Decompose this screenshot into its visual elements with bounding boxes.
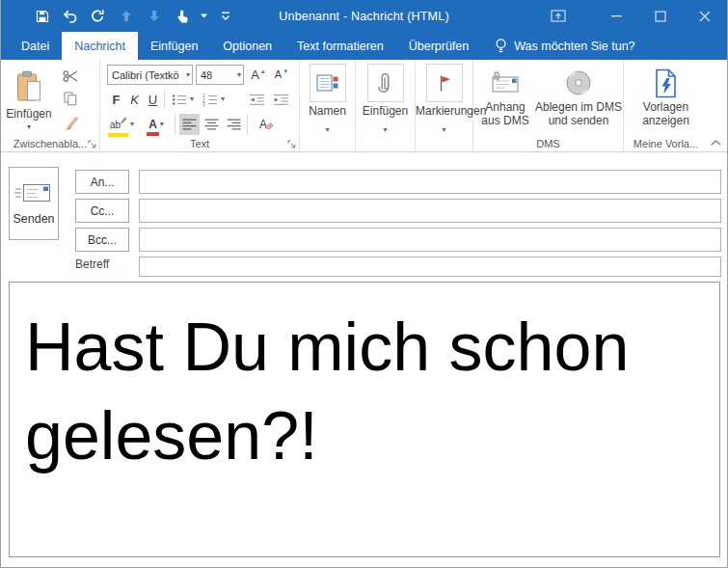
tags-dropdown-button[interactable]: Markierungen ▾ [416, 60, 472, 151]
format-painter-button[interactable] [57, 112, 84, 133]
group-zwischenablage: Einfügen ▾ Zwischenabla... [1, 60, 100, 151]
cut-button[interactable] [57, 67, 84, 86]
group-label-meine-vorlagen: Meine Vorla... [624, 138, 708, 149]
italic-button[interactable]: K [126, 90, 143, 109]
names-dropdown-button[interactable]: Namen ▾ [300, 60, 355, 151]
font-color-bar [147, 132, 159, 136]
group-dms: Anhang aus DMS Ablegen im DMS und senden… [473, 60, 624, 151]
paste-icon [15, 70, 42, 103]
grow-font-button[interactable]: A ▲ [248, 65, 269, 85]
triangle-down-icon: ▼ [283, 68, 288, 74]
send-button[interactable]: Senden [9, 167, 59, 240]
font-size-combo[interactable]: 48 ▾ [196, 65, 244, 85]
chevron-down-icon: ▾ [190, 95, 194, 103]
underline-button[interactable]: U [145, 90, 161, 109]
clear-formatting-button[interactable]: A [252, 114, 275, 135]
show-templates-button[interactable]: Vorlagen anzeigen [628, 60, 704, 138]
bullets-icon [172, 94, 188, 106]
window-controls [536, 0, 727, 32]
attach-icon [367, 64, 404, 102]
tab-optionen[interactable]: Optionen [210, 32, 284, 60]
group-meine-vorlagen: Vorlagen anzeigen Meine Vorla... [624, 60, 708, 151]
bold-button[interactable]: F [108, 90, 124, 109]
quick-access-toolbar [28, 0, 239, 32]
title-bar: Unbenannt - Nachricht (HTML) [1, 0, 727, 32]
cc-input[interactable] [139, 199, 721, 223]
maximize-icon [655, 11, 666, 22]
touch-mode-icon [175, 9, 189, 24]
tell-me-box[interactable]: Was möchten Sie tun? [495, 32, 634, 60]
separator [247, 114, 248, 135]
undo-button[interactable] [56, 4, 84, 29]
svg-text:3: 3 [202, 102, 205, 106]
tab-einfuegen[interactable]: Einfügen [138, 32, 210, 60]
ribbon-display-options-button[interactable] [536, 0, 580, 32]
redo-button[interactable] [84, 4, 112, 29]
include-dropdown-button[interactable]: Einfügen ▾ [356, 60, 415, 151]
save-icon [36, 10, 49, 23]
maximize-button[interactable] [638, 0, 683, 32]
bcc-input[interactable] [139, 228, 721, 252]
font-name-combo[interactable]: Calibri (Textkö ▾ [107, 65, 193, 85]
chevron-down-icon: ▾ [383, 125, 387, 134]
font-color-button[interactable]: A ▾ [142, 114, 171, 135]
font-name-value: Calibri (Textkö [112, 69, 186, 81]
dms-attach-button[interactable]: Anhang aus DMS [475, 60, 535, 138]
close-button[interactable] [683, 0, 727, 32]
next-item-button[interactable] [140, 4, 168, 29]
paste-button[interactable]: Einfügen ▾ [7, 64, 51, 137]
align-right-icon [227, 119, 241, 130]
format-painter-icon [63, 115, 79, 131]
tab-ueberpruefen[interactable]: Überprüfen [396, 32, 482, 60]
tab-datei[interactable]: Datei [9, 32, 62, 60]
numbering-button[interactable]: 123 ▾ [200, 90, 228, 109]
collapse-ribbon-button[interactable] [708, 137, 723, 149]
subject-input[interactable] [139, 257, 721, 277]
chevron-down-icon: ▾ [325, 125, 329, 134]
to-button[interactable]: An... [75, 170, 129, 194]
minimize-icon [611, 11, 622, 21]
increase-indent-button[interactable] [270, 90, 291, 109]
qat-customize-button[interactable] [211, 4, 239, 29]
tab-nachricht[interactable]: Nachricht [62, 32, 138, 60]
tell-me-icon [495, 38, 507, 54]
to-label: An... [91, 176, 115, 189]
tab-text-formatieren[interactable]: Text formatieren [284, 32, 396, 60]
group-label-dms: DMS [473, 138, 623, 149]
font-color-letter: A [148, 118, 157, 131]
align-center-button[interactable] [202, 114, 222, 135]
touch-mode-button[interactable] [168, 4, 196, 29]
ribbon: Einfügen ▾ Zwischenabla... [1, 60, 727, 152]
cc-button[interactable]: Cc... [75, 199, 129, 223]
dialog-launcher-icon[interactable] [286, 139, 296, 149]
chevron-down-icon: ▾ [237, 71, 241, 79]
font-color-icon: A [148, 118, 157, 131]
copy-button[interactable] [57, 89, 84, 108]
group-label-zwischenablage: Zwischenabla... [1, 138, 99, 149]
decrease-indent-button[interactable] [246, 90, 267, 109]
save-button[interactable] [28, 4, 56, 29]
templates-line2: anzeigen [642, 114, 689, 127]
bullets-button[interactable]: ▾ [169, 90, 197, 109]
dms-store-send-button[interactable]: Ablegen im DMS und senden [535, 60, 622, 138]
to-input[interactable] [139, 170, 721, 194]
dms-attach-line2: aus DMS [481, 114, 528, 127]
triangle-up-icon: ▲ [260, 68, 266, 74]
align-right-button[interactable] [224, 114, 244, 135]
message-body-editor[interactable]: Hast Du mich schon gelesen?! [9, 282, 720, 557]
outlook-message-window: Unbenannt - Nachricht (HTML) [0, 0, 728, 568]
dms-store-icon [563, 68, 594, 98]
ribbon-display-icon [551, 10, 566, 22]
shrink-font-button[interactable]: A ▼ [271, 65, 292, 85]
dialog-launcher-icon[interactable] [87, 139, 96, 149]
touch-mode-dropdown[interactable] [196, 4, 211, 29]
align-left-icon [182, 119, 197, 130]
text-highlight-button[interactable]: ab ▾ [106, 114, 138, 135]
copy-icon [64, 92, 77, 106]
dms-store-line2: und senden [549, 114, 609, 127]
tell-me-label: Was möchten Sie tun? [514, 40, 634, 53]
previous-item-button[interactable] [112, 4, 140, 29]
align-left-button[interactable] [179, 114, 200, 135]
minimize-button[interactable] [594, 0, 638, 32]
bcc-button[interactable]: Bcc... [75, 228, 129, 252]
